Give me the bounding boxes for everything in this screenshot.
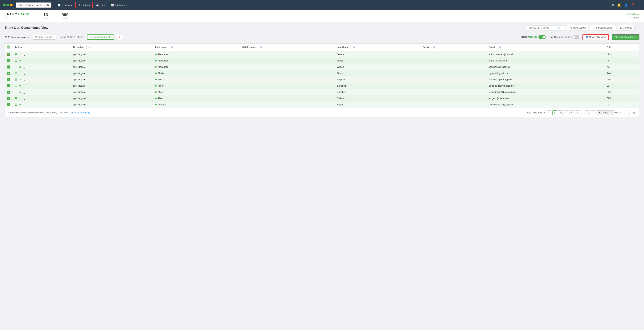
user-icon[interactable]: 👤 — [624, 3, 628, 7]
merge-icon[interactable]: ⇄ — [19, 59, 21, 62]
page-2-button[interactable]: 2 — [558, 110, 563, 115]
merge-icon[interactable]: ⇄ — [19, 103, 21, 106]
org-selector[interactable]: City Of Pawnee Parks Dept ▾ — [16, 2, 51, 7]
entitytrack-toggle-switch[interactable] — [538, 35, 546, 39]
check-activity-link[interactable]: Check Activity History — [68, 111, 90, 114]
gear-icon[interactable]: ⚙ — [612, 3, 614, 7]
search-filter-icon5[interactable]: 🔍 — [499, 46, 502, 48]
search-filter-icon[interactable]: 🔍 — [171, 46, 174, 48]
search-box[interactable]: 🔍 — [527, 25, 565, 30]
search-input[interactable] — [529, 26, 556, 29]
nav-item-review[interactable]: 📄 Review ▾ — [55, 2, 75, 8]
row-checkbox[interactable]: ✓ — [7, 103, 10, 106]
delete-button[interactable]: 🗑 — [116, 35, 123, 40]
merge-icon[interactable]: ⇄ — [19, 53, 21, 56]
next-page-button[interactable]: › — [591, 110, 596, 115]
row-ssn: 397 — [604, 83, 639, 89]
goto-input[interactable] — [622, 111, 630, 115]
select-all-checkbox[interactable] — [7, 45, 10, 48]
row-suffix — [420, 95, 486, 102]
page-5-button[interactable]: 5 — [575, 110, 580, 115]
raw-entity-view-button[interactable]: 👤 Raw Entity View — [582, 34, 608, 40]
row-email: douglasfuller@martin.net — [486, 83, 604, 89]
row-email: srogers@carter.com — [486, 95, 604, 102]
columns-button[interactable]: ⊞ Columns — [618, 25, 634, 30]
list-icon[interactable]: ☰ — [15, 84, 17, 87]
nav-item-data[interactable]: 💾 Data — [93, 2, 108, 8]
col-middle-name[interactable]: Middle Name ▲▼ 🔍 — [240, 44, 335, 51]
search-filter-icon4[interactable]: 🔍 — [433, 46, 436, 48]
search-filter-icon3[interactable]: 🔍 — [352, 46, 355, 48]
person-icon[interactable]: 🚶 — [22, 59, 26, 62]
row-checkbox[interactable]: ✓ — [7, 72, 10, 75]
table-row: ✓ ☰ ⇄ 🚶 april ludgate Alexander Torres j… — [5, 58, 639, 64]
person-icon[interactable]: 🚶 — [22, 78, 26, 81]
col-last-name[interactable]: Last Name ▲▼ 🔍 — [335, 44, 420, 51]
clear-selection-button[interactable]: ⊟ Clear Selection — [32, 35, 56, 40]
merge-icon[interactable]: ⇄ — [19, 78, 21, 81]
nav-item-entities[interactable]: ⚙ Entities — [75, 2, 93, 8]
row-middle-name — [240, 76, 335, 83]
merge-icon[interactable]: ⇄ — [19, 91, 21, 94]
nav-items: 📄 Review ▾ ⚙ Entities 💾 Data 📊 Analytics… — [55, 2, 130, 8]
view-documents-button[interactable]: 📄 View Documents — [87, 34, 114, 40]
person-icon[interactable]: 🚶 — [22, 65, 26, 68]
merge-icon[interactable]: ⇄ — [19, 97, 21, 100]
page-1-button[interactable]: 1 — [552, 110, 557, 115]
person-icon[interactable]: 🚶 — [22, 72, 26, 75]
page-3-button[interactable]: 3 — [564, 110, 568, 115]
help-icon[interactable]: ❓ — [631, 3, 635, 7]
report-button[interactable]: ⬇ Report — [630, 16, 640, 19]
list-icon[interactable]: ☰ — [15, 78, 17, 81]
row-action-cell: ☰ ⇄ 🚶 — [12, 89, 71, 95]
page-4-button[interactable]: 4 — [570, 110, 574, 115]
consolidated-view-button[interactable]: ⊞ Consolidated View — [612, 34, 640, 40]
row-checkbox[interactable]: ✓ — [7, 91, 10, 94]
search-filter-icon2[interactable]: 🔍 — [260, 46, 263, 48]
bulk-search-button[interactable]: 🔍 Bulk Search — [567, 25, 588, 30]
merge-icon[interactable]: ⇄ — [19, 84, 21, 87]
row-checkbox[interactable]: ✓ — [7, 65, 10, 68]
row-checkbox[interactable]: ✓ — [7, 84, 10, 87]
row-email: wilsonmarie@hotmail.com — [486, 89, 604, 95]
row-ssn: 467 — [604, 58, 639, 64]
list-icon[interactable]: ☰ — [15, 53, 17, 56]
list-icon[interactable]: ☰ — [15, 97, 17, 100]
merge-icon[interactable]: ⇄ — [19, 72, 21, 75]
person-icon[interactable]: 🚶 — [22, 103, 26, 106]
list-icon[interactable]: ☰ — [15, 91, 17, 94]
col-email[interactable]: Email ▲▼ 🔍 — [486, 44, 604, 51]
list-icon[interactable]: ☰ — [15, 65, 17, 68]
person-icon[interactable]: 🚶 — [22, 91, 26, 94]
prev-page-button[interactable]: ‹ — [547, 110, 551, 115]
add-more-button[interactable]: ⊕ Add More — [627, 13, 640, 16]
col-first-name[interactable]: First Name ▲▼ 🔍 — [153, 44, 240, 51]
row-checkbox-cell: ✓ — [5, 51, 12, 58]
row-checkbox[interactable]: ✓ — [7, 97, 10, 100]
list-icon[interactable]: ☰ — [15, 103, 17, 106]
col-suffix[interactable]: Suffix ▲▼ 🔍 — [420, 44, 486, 51]
run-consolidation-button[interactable]: ⤵ Run Consolidation — [590, 25, 616, 30]
list-icon[interactable]: ☰ — [15, 72, 17, 75]
merge-icon[interactable]: ⇄ — [19, 65, 21, 68]
grouped-entities-switch[interactable] — [572, 35, 580, 39]
row-action-cell: ☰ ⇄ 🚶 — [12, 76, 71, 83]
page-21-button[interactable]: 21 — [585, 110, 590, 115]
filter-icon[interactable]: ▼ — [88, 46, 90, 48]
list-icon[interactable]: ☰ — [15, 59, 17, 62]
more-options-button[interactable]: ⋮ — [636, 26, 640, 30]
person-icon[interactable]: 🚶 — [22, 97, 26, 100]
row-checkbox[interactable]: ✓ — [7, 59, 10, 62]
row-checkbox[interactable]: ✓ — [7, 78, 10, 81]
person-icon[interactable]: 🚶 — [22, 53, 26, 56]
green-dot — [155, 91, 156, 93]
row-checkbox[interactable]: ✓ — [7, 53, 10, 56]
person-icon[interactable]: 🚶 — [22, 84, 26, 87]
per-page-select[interactable]: 50 / Page 25 / Page 100 / Page — [596, 110, 614, 115]
bell-icon[interactable]: 🔔 — [617, 3, 621, 7]
col-custodian[interactable]: Custodian ▲▼ ▼ — [71, 44, 153, 51]
nav-item-analytics[interactable]: 📊 Analytics ▾ — [108, 2, 130, 8]
select-all-button[interactable]: Select All 1017 Entities — [58, 35, 85, 40]
row-first-name: Allen — [153, 95, 240, 102]
menu-icon[interactable]: ⋮ — [638, 3, 641, 7]
